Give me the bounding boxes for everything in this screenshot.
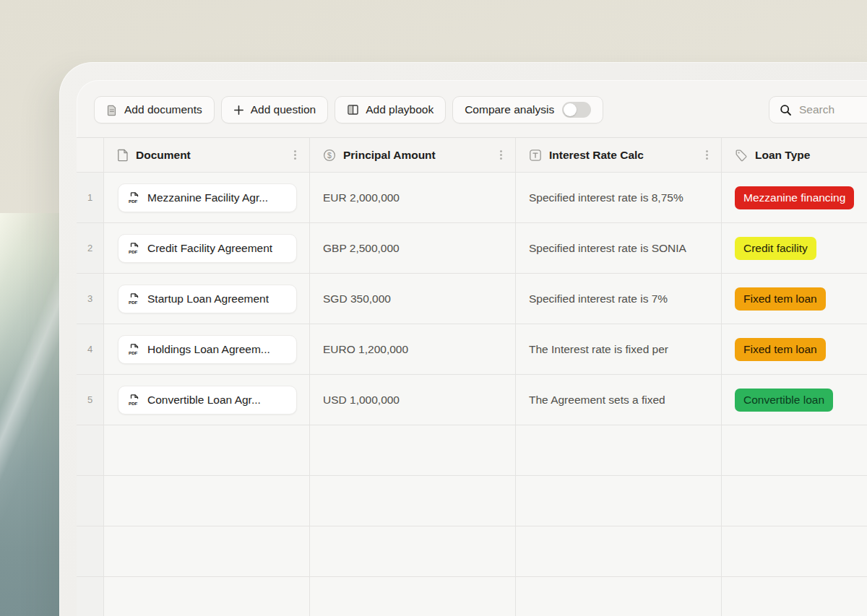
principal-amount-cell[interactable]: EUR 2,000,000 [310,173,516,223]
document-name: Holdings Loan Agreem... [147,343,270,356]
loan-type-badge[interactable]: Fixed tem loan [735,287,826,311]
principal-amount-cell[interactable]: EURO 1,200,000 [310,324,516,375]
text-type-icon [529,149,542,162]
table-body: 1 PDF Mezzanine Facility Agr... EUR 2,00… [77,173,867,616]
add-playbook-button[interactable]: Add playbook [335,96,446,123]
loan-type-cell[interactable] [722,577,867,616]
add-playbook-label: Add playbook [366,103,434,116]
loan-type-cell[interactable] [722,526,867,577]
table-row: 5 PDF Convertible Loan Agr... USD 1,000,… [77,375,867,425]
interest-rate-cell[interactable]: The Interest rate is fixed per [516,324,722,375]
loan-type-cell[interactable] [722,476,867,526]
principal-amount-cell[interactable]: GBP 2,500,000 [310,223,516,274]
document-chip[interactable]: PDF Startup Loan Agreement [118,285,297,313]
loan-type-badge[interactable]: Fixed tem loan [735,338,826,361]
app-surface: Add documents Add question [77,80,867,616]
row-number[interactable] [77,476,104,526]
document-chip[interactable]: PDF Mezzanine Facility Agr... [118,183,297,212]
document-cell[interactable] [104,526,310,577]
column-header-interest-rate-calc[interactable]: Interest Rate Calc [516,138,722,173]
principal-amount-cell[interactable] [310,476,516,526]
principal-amount-cell[interactable] [310,425,516,476]
document-cell[interactable] [104,577,310,616]
document-name: Credit Facility Agreement [147,242,272,255]
document-cell: PDF Holdings Loan Agreem... [104,324,310,375]
row-number[interactable]: 5 [77,375,104,425]
table-row: 2 PDF Credit Facility Agreement GBP 2,50… [77,223,867,274]
document-name: Convertible Loan Agr... [147,394,261,407]
pdf-file-icon: PDF [128,394,140,407]
column-menu-icon[interactable] [291,147,299,162]
pdf-file-icon: PDF [128,343,140,356]
principal-amount-cell[interactable]: USD 1,000,000 [310,375,516,425]
table-row-empty [77,526,867,577]
column-header-principal-amount[interactable]: $ Principal Amount [310,138,516,173]
document-name: Mezzanine Facility Agr... [147,191,268,204]
compare-analysis-toggle-button[interactable]: Compare analysis [452,96,603,123]
document-cell: PDF Startup Loan Agreement [104,274,310,324]
loan-type-badge[interactable]: Mezzanine financing [735,186,854,209]
column-label: Principal Amount [343,149,436,162]
interest-rate-cell[interactable]: Specified interest rate is SONIA [516,223,722,274]
add-documents-label: Add documents [124,103,202,116]
header-row-number-cell [77,138,104,173]
row-number[interactable]: 4 [77,324,104,375]
column-label: Document [136,149,191,162]
add-question-button[interactable]: Add question [221,96,329,123]
document-chip[interactable]: PDF Holdings Loan Agreem... [118,335,297,364]
interest-rate-cell[interactable]: Specified interest rate is 8,75% [516,173,722,223]
search-box[interactable] [769,96,867,123]
table-row: 1 PDF Mezzanine Facility Agr... EUR 2,00… [77,173,867,223]
toggle-knob [564,103,577,116]
page-icon [117,149,129,162]
row-number[interactable]: 1 [77,173,104,223]
dollar-circle-icon: $ [323,149,336,162]
row-number[interactable]: 2 [77,223,104,274]
document-icon [106,104,118,116]
document-cell[interactable] [104,425,310,476]
principal-amount-cell[interactable]: SGD 350,000 [310,274,516,324]
interest-rate-cell[interactable] [516,577,722,616]
loan-type-cell[interactable]: Fixed tem loan [722,274,867,324]
document-name: Startup Loan Agreement [147,292,269,305]
row-number[interactable] [77,425,104,476]
toggle-switch[interactable] [562,102,591,118]
compare-analysis-label: Compare analysis [465,103,554,116]
row-number[interactable] [77,526,104,577]
interest-rate-cell[interactable]: The Agreement sets a fixed [516,375,722,425]
book-icon [347,104,359,116]
loan-type-badge[interactable]: Credit facility [735,237,816,260]
column-menu-icon[interactable] [497,147,505,162]
loan-type-badge[interactable]: Convertible loan [735,389,833,412]
document-chip[interactable]: PDF Credit Facility Agreement [118,234,297,263]
table-row-empty [77,425,867,476]
loan-type-cell[interactable] [722,425,867,476]
row-number[interactable] [77,577,104,616]
loan-type-cell[interactable]: Convertible loan [722,375,867,425]
column-menu-icon[interactable] [703,147,711,162]
principal-amount-cell[interactable] [310,526,516,577]
document-chip[interactable]: PDF Convertible Loan Agr... [118,386,297,415]
add-documents-button[interactable]: Add documents [94,96,215,123]
table-header-row: Document $ Principal Amount [77,138,867,173]
interest-rate-cell[interactable] [516,425,722,476]
table-row: 3 PDF Startup Loan Agreement SGD 350,000… [77,274,867,324]
row-number[interactable]: 3 [77,274,104,324]
column-header-document[interactable]: Document [104,138,310,173]
document-cell[interactable] [104,476,310,526]
interest-rate-cell[interactable] [516,526,722,577]
loan-type-cell[interactable]: Mezzanine financing [722,173,867,223]
search-input[interactable] [799,103,867,116]
pdf-file-icon: PDF [128,242,140,255]
principal-amount-cell[interactable] [310,577,516,616]
document-cell: PDF Mezzanine Facility Agr... [104,173,310,223]
add-question-label: Add question [251,103,316,116]
svg-text:PDF: PDF [129,299,138,304]
svg-text:$: $ [327,150,332,159]
pdf-file-icon: PDF [128,292,140,305]
loan-type-cell[interactable]: Fixed tem loan [722,324,867,375]
interest-rate-cell[interactable]: Specified interest rate is 7% [516,274,722,324]
column-header-loan-type[interactable]: Loan Type [722,138,867,173]
loan-type-cell[interactable]: Credit facility [722,223,867,274]
interest-rate-cell[interactable] [516,476,722,526]
